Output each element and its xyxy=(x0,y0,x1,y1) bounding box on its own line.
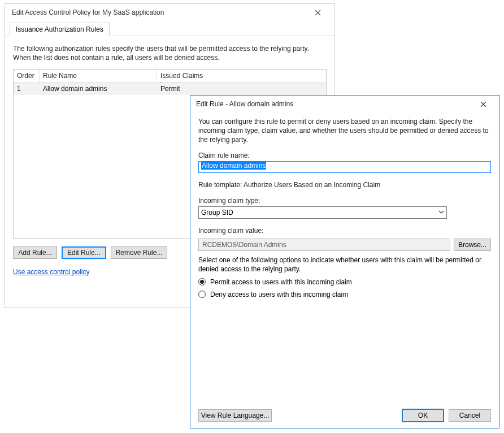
radio-icon xyxy=(198,278,206,285)
add-rule-button[interactable]: Add Rule... xyxy=(13,246,57,259)
edit-rule-button[interactable]: Edit Rule... xyxy=(62,246,106,259)
dialog-footer: View Rule Language... OK Cancel xyxy=(198,409,491,422)
radio-icon xyxy=(198,291,206,298)
view-rule-language-button[interactable]: View Rule Language... xyxy=(198,409,272,422)
incoming-claim-value-input: RCDEMOS\Domain Admins xyxy=(198,239,450,251)
options-description: Select one of the following options to i… xyxy=(198,256,491,274)
cell-claims: Permit xyxy=(157,83,326,95)
use-access-policy-link[interactable]: Use access control policy xyxy=(13,268,89,276)
tabstrip: Issuance Authorization Rules xyxy=(5,21,334,36)
col-claims-header[interactable]: Issued Claims xyxy=(157,70,326,82)
close-icon[interactable] xyxy=(471,96,496,112)
rule-template-prefix: Rule template: xyxy=(198,181,244,189)
claim-rule-name-input[interactable]: Allow domain admins xyxy=(198,161,491,173)
ok-button[interactable]: OK xyxy=(402,409,444,422)
col-order-header[interactable]: Order xyxy=(14,70,40,82)
chevron-down-icon xyxy=(438,209,444,216)
table-row[interactable]: 1 Allow domain admins Permit xyxy=(14,83,326,95)
close-icon[interactable] xyxy=(305,5,330,20)
dialog-titlebar: Edit Rule - Allow domain admins xyxy=(190,96,499,112)
dialog-description: You can configure this rule to permit or… xyxy=(198,117,491,145)
incoming-claim-value-label: Incoming claim value: xyxy=(198,227,491,235)
window-title: Edit Access Control Policy for My SaaS a… xyxy=(10,8,305,16)
rule-template-text: Rule template: Authorize Users Based on … xyxy=(198,181,491,189)
incoming-claim-value-row: RCDEMOS\Domain Admins Browse... xyxy=(198,239,491,251)
dialog-title: Edit Rule - Allow domain admins xyxy=(196,100,471,108)
dialog-body: You can configure this rule to permit or… xyxy=(190,112,499,428)
cell-name: Allow domain admins xyxy=(40,83,157,95)
rules-description: The following authorization rules specif… xyxy=(13,44,327,62)
col-name-header[interactable]: Rule Name xyxy=(40,70,157,82)
permit-option[interactable]: Permit access to users with this incomin… xyxy=(198,278,491,286)
window-titlebar: Edit Access Control Policy for My SaaS a… xyxy=(5,4,334,21)
cell-order: 1 xyxy=(14,83,40,95)
rule-template-value: Authorize Users Based on an Incoming Cla… xyxy=(244,181,380,189)
incoming-claim-type-value: Group SID xyxy=(201,209,233,216)
incoming-claim-type-label: Incoming claim type: xyxy=(198,197,491,205)
browse-button[interactable]: Browse... xyxy=(454,239,491,251)
remove-rule-button[interactable]: Remove Rule... xyxy=(111,246,168,259)
table-header: Order Rule Name Issued Claims xyxy=(14,70,326,83)
permit-option-label: Permit access to users with this incomin… xyxy=(210,278,352,286)
deny-option-label: Deny access to users with this incoming … xyxy=(210,291,348,298)
claim-rule-name-label: Claim rule name: xyxy=(198,151,491,159)
edit-rule-dialog: Edit Rule - Allow domain admins You can … xyxy=(190,95,499,428)
cancel-button[interactable]: Cancel xyxy=(449,409,491,422)
deny-option[interactable]: Deny access to users with this incoming … xyxy=(198,291,491,298)
tab-issuance-rules[interactable]: Issuance Authorization Rules xyxy=(10,23,110,36)
incoming-claim-type-select[interactable]: Group SID xyxy=(198,206,447,219)
claim-rule-name-value: Allow domain admins xyxy=(201,162,266,170)
